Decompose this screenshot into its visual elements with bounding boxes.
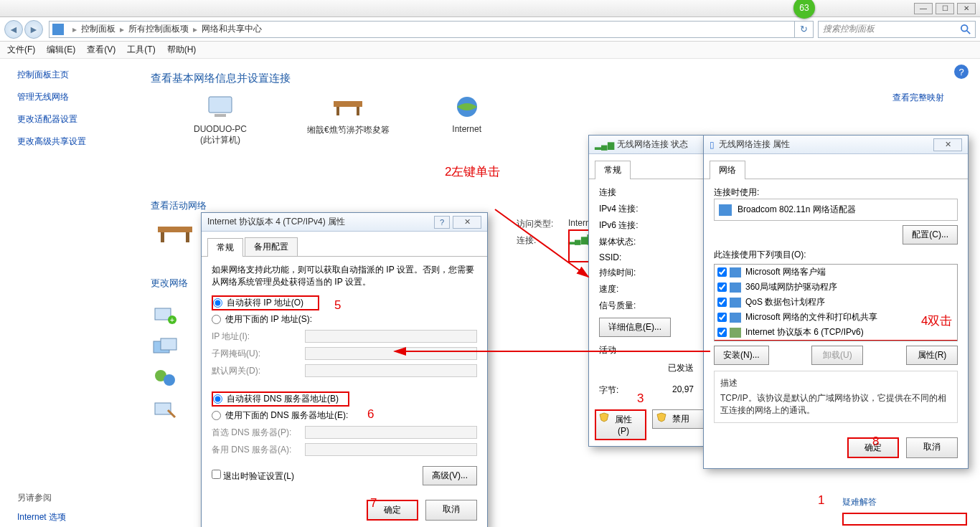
nav-forward-button[interactable]: ►	[24, 20, 43, 39]
bench-icon	[155, 218, 195, 247]
gateway-field	[305, 364, 477, 377]
dialog-close-button[interactable]: ✕	[453, 216, 481, 229]
sidebar-seealso: 另请参阅	[17, 492, 143, 504]
tab-general[interactable]: 常规	[595, 161, 631, 179]
window-titlebar: 63 — ☐ ✕	[0, 0, 980, 17]
sidebar-inetopt[interactable]: Internet 选项	[17, 511, 143, 523]
refresh-button[interactable]: ↻	[795, 21, 814, 38]
menu-help[interactable]: 帮助(H)	[167, 44, 197, 56]
driver-icon	[730, 283, 741, 293]
cancel-button[interactable]: 取消	[425, 500, 477, 521]
dialog-title: Internet 协议版本 4 (TCP/IPv4) 属性	[207, 216, 434, 228]
connection-label: 连接:	[517, 234, 568, 247]
section-activity-label: 活动	[599, 344, 694, 356]
pc-icon	[203, 94, 237, 120]
component-list[interactable]: Microsoft 网络客户端 360局域网防护驱动程序 QoS 数据包计划程序…	[714, 264, 958, 341]
access-type-label: 访问类型:	[517, 218, 568, 230]
connect-network-icon	[151, 336, 179, 359]
auto-ip-radio[interactable]	[213, 298, 222, 308]
navigation-bar: ◄ ► ▸ 控制面板 ▸ 所有控制面板项 ▸ 网络和共享中心 ↻ 搜索控制面板	[0, 17, 980, 42]
dialog-close-button[interactable]: ✕	[933, 138, 962, 151]
menu-view[interactable]: 查看(V)	[87, 44, 116, 56]
item-properties-button[interactable]: 属性(R)	[906, 346, 958, 365]
gateway-label: 默认网关(D):	[212, 365, 305, 377]
menu-bar: 文件(F) 编辑(E) 查看(V) 工具(T) 帮助(H)	[0, 42, 980, 59]
mask-label: 子网掩码(U):	[212, 348, 305, 360]
dns1-label: 首选 DNS 服务器(P):	[212, 427, 305, 439]
breadcrumb-here[interactable]: 网络和共享中心	[202, 23, 262, 35]
tab-network[interactable]: 网络	[710, 161, 745, 179]
troubleshooting-heading: 疑难解答	[842, 496, 967, 508]
sidebar-wifi[interactable]: 管理无线网络	[17, 91, 143, 103]
client-icon	[730, 267, 741, 277]
advanced-button[interactable]: 高级(V)...	[423, 466, 477, 485]
sidebar-home[interactable]: 控制面板主页	[17, 69, 143, 81]
intro-text: 如果网络支持此功能，则可以获取自动指派的 IP 设置。否则，您需要从网络系统管理…	[212, 264, 477, 288]
manual-ip-radio[interactable]	[212, 315, 221, 324]
svg-point-0	[961, 24, 968, 31]
tab-alternate[interactable]: 备用配置	[245, 237, 298, 256]
items-label: 此连接使用下列项目(O):	[714, 249, 958, 261]
checkbox[interactable]	[717, 267, 727, 277]
sidebar: 控制面板主页 管理无线网络 更改适配器设置 更改高级共享设置 另请参阅 Inte…	[0, 59, 143, 527]
manual-ip-radio-row[interactable]: 使用下面的 IP 地址(S):	[212, 313, 477, 326]
checkbox[interactable]	[717, 298, 727, 307]
search-input[interactable]: 搜索控制面板	[818, 21, 976, 38]
new-connection-icon: +	[151, 304, 179, 327]
svg-rect-2	[209, 97, 232, 113]
anno-1: 1	[818, 493, 824, 508]
checkbox[interactable]	[717, 313, 727, 322]
svg-rect-5	[336, 107, 339, 115]
breadcrumb-all[interactable]: 所有控制面板项	[128, 23, 189, 35]
address-bar[interactable]: ▸ 控制面板 ▸ 所有控制面板项 ▸ 网络和共享中心	[49, 21, 795, 38]
annotation-box-1	[842, 513, 967, 526]
list-item: QoS 数据包计划程序	[715, 295, 957, 310]
menu-edit[interactable]: 编辑(E)	[47, 44, 75, 56]
auto-dns-radio[interactable]	[213, 394, 222, 404]
install-button[interactable]: 安装(N)...	[714, 346, 769, 365]
validate-checkbox[interactable]	[212, 470, 221, 479]
menu-file[interactable]: 文件(F)	[7, 44, 35, 56]
sidebar-sharing[interactable]: 更改高级共享设置	[17, 136, 143, 148]
anno-8: 8	[872, 435, 879, 449]
checkbox[interactable]	[717, 328, 727, 337]
wifi-properties-dialog: ▯ 无线网络连接 属性 ✕ 网络 连接时使用: Broadcom 802.11n…	[703, 135, 969, 469]
shield-icon	[599, 412, 609, 422]
manual-dns-radio[interactable]	[212, 411, 221, 420]
menu-tools[interactable]: 工具(T)	[127, 44, 155, 56]
minimize-button[interactable]: —	[914, 3, 933, 14]
list-item-ipv4[interactable]: Internet 协议版本 4 (TCP/IPv4)	[715, 340, 957, 341]
node-router: 缃戠€燋笉濞芥暩夋箞	[307, 94, 390, 136]
close-button[interactable]: ✕	[957, 3, 976, 14]
anno-4: 4双击	[921, 313, 952, 329]
anno-5: 5	[334, 298, 341, 313]
svg-rect-4	[334, 101, 362, 107]
manual-dns-radio-row[interactable]: 使用下面的 DNS 服务器地址(E):	[212, 409, 477, 422]
view-full-map-link[interactable]: 查看完整映射	[892, 92, 944, 104]
breadcrumb-root[interactable]: 控制面板	[81, 23, 116, 35]
details-button[interactable]: 详细信息(E)...	[599, 318, 671, 337]
troubleshoot-icon	[151, 399, 179, 422]
ipv6-connectivity: IPv6 连接:	[599, 219, 694, 232]
svg-text:+: +	[170, 316, 174, 324]
homegroup-icon	[151, 367, 179, 390]
svg-rect-3	[215, 114, 226, 117]
anno-7: 7	[370, 496, 377, 511]
checkbox[interactable]	[717, 283, 727, 292]
configure-button[interactable]: 配置(C)...	[903, 225, 958, 244]
auto-dns-radio-row[interactable]: 自动获得 DNS 服务器地址(B)	[212, 391, 349, 407]
list-item: 360局域网防护驱动程序	[715, 280, 957, 295]
nav-back-button[interactable]: ◄	[4, 20, 23, 39]
sidebar-adapter[interactable]: 更改适配器设置	[17, 113, 143, 125]
maximize-button[interactable]: ☐	[936, 3, 954, 14]
svg-point-17	[164, 374, 175, 386]
cancel-button[interactable]: 取消	[906, 437, 958, 458]
ip-label: IP 地址(I):	[212, 331, 305, 343]
adapter-box: Broadcom 802.11n 网络适配器	[714, 199, 958, 221]
mask-field	[305, 347, 477, 360]
help-button[interactable]: ?	[434, 216, 450, 229]
auto-ip-radio-row[interactable]: 自动获得 IP 地址(O)	[212, 295, 319, 310]
validate-checkbox-row[interactable]: 退出时验证设置(L)	[212, 470, 294, 483]
connect-using-label: 连接时使用:	[714, 186, 958, 199]
tab-general[interactable]: 常规	[207, 238, 243, 257]
